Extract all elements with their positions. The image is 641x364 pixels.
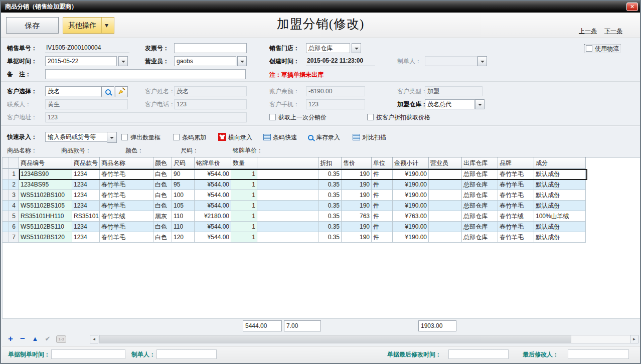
table-cell[interactable] (257, 169, 318, 179)
compare-scan-button[interactable]: 对比扫描 (353, 133, 386, 142)
table-cell[interactable]: 白色 (153, 222, 172, 232)
table-cell[interactable]: 默认成份 (534, 179, 586, 190)
scroll-left-icon[interactable]: ◄ (90, 335, 98, 343)
table-cell[interactable]: 120 (172, 232, 195, 243)
table-cell[interactable]: 春竹羊毛 (498, 169, 534, 179)
table-row[interactable]: 3WS51102BS1001234春竹羊毛白色100¥544.0010.3519… (3, 190, 641, 201)
table-cell[interactable]: 0.35 (318, 222, 342, 232)
table-cell[interactable]: ¥190.00 (393, 222, 429, 232)
table-cell[interactable]: 默认成份 (534, 201, 586, 211)
table-cell[interactable]: 90 (172, 169, 195, 179)
table-cell[interactable]: 白色 (153, 169, 172, 179)
table-cell[interactable]: 1 (231, 169, 257, 179)
prev-record-link[interactable]: 上一条 (579, 27, 597, 36)
table-cell[interactable]: ¥190.00 (393, 190, 429, 201)
table-cell[interactable]: 100%山羊绒 (534, 211, 586, 222)
checkbox-icon[interactable] (586, 45, 592, 52)
table-cell[interactable] (429, 179, 462, 190)
franchise-warehouse-dropdown-icon[interactable] (475, 99, 485, 109)
table-cell[interactable]: 默认成份 (534, 232, 586, 243)
table-cell[interactable]: 件 (372, 222, 393, 232)
column-header[interactable]: 数量 (231, 157, 257, 169)
table-row[interactable]: 5RS35101HH110RS35101春竹羊绒黑灰110¥2180.0010.… (3, 211, 641, 222)
table-cell[interactable]: 763 (342, 211, 372, 222)
scroll-right-icon[interactable]: ► (630, 335, 638, 343)
table-cell[interactable]: 件 (372, 232, 393, 243)
batch-number-icon[interactable]: 1-3 (56, 335, 66, 343)
next-record-link[interactable]: 下一条 (604, 27, 622, 36)
column-header[interactable]: 铭牌单价 (195, 157, 231, 169)
table-cell[interactable]: 0.35 (318, 211, 342, 222)
confirm-icon[interactable]: ✔ (43, 334, 52, 343)
table-cell[interactable]: WS51102BS120 (19, 232, 72, 243)
get-last-price-checkbox[interactable]: 获取上一次分销价 (269, 113, 327, 121)
column-header[interactable]: 商品名称 (100, 157, 153, 169)
store-dropdown-icon[interactable] (352, 43, 361, 53)
table-cell[interactable]: 1 (231, 232, 257, 243)
table-cell[interactable]: 105 (172, 201, 195, 211)
horizontal-entry-button[interactable]: 横向录入 (218, 133, 252, 142)
table-cell[interactable] (257, 232, 318, 243)
table-cell[interactable]: 1234 (72, 169, 100, 179)
table-cell[interactable]: 总部仓库 (462, 201, 498, 211)
table-cell[interactable]: 件 (372, 201, 393, 211)
table-cell[interactable]: 190 (342, 222, 372, 232)
table-cell[interactable]: 默认成份 (534, 190, 586, 201)
table-cell[interactable]: ¥190.00 (393, 201, 429, 211)
table-cell[interactable]: WS51102BS105 (19, 201, 72, 211)
table-cell[interactable]: 0.35 (318, 179, 342, 190)
table-row[interactable]: 11234BS901234春竹羊毛白色90¥544.0010.35190件¥19… (3, 169, 641, 179)
discount-price-checkbox[interactable]: 按客户折扣获取价格 (367, 113, 430, 121)
clerk-select[interactable]: gaobs (174, 56, 236, 66)
checkbox-icon[interactable] (269, 114, 276, 120)
table-cell[interactable]: 春竹羊毛 (100, 232, 153, 243)
table-cell[interactable]: 190 (342, 232, 372, 243)
table-cell[interactable] (429, 201, 462, 211)
table-cell[interactable]: 1 (231, 211, 257, 222)
table-cell[interactable]: ¥544.00 (195, 190, 231, 201)
table-cell[interactable]: 白色 (153, 190, 172, 201)
table-cell[interactable]: WS51102BS100 (19, 190, 72, 201)
table-row[interactable]: 4WS51102BS1051234春竹羊毛白色105¥544.0010.3519… (3, 201, 641, 211)
table-cell[interactable] (429, 222, 462, 232)
table-cell[interactable]: 默认成份 (534, 169, 586, 179)
maker-select[interactable] (425, 56, 477, 66)
doc-date-input[interactable]: 2015-05-22 (45, 56, 117, 66)
invoice-input[interactable] (174, 43, 247, 53)
add-row-icon[interactable]: + (6, 334, 15, 343)
table-cell[interactable]: 110 (172, 222, 195, 232)
table-cell[interactable]: 1 (231, 190, 257, 201)
table-cell[interactable]: ¥544.00 (195, 179, 231, 190)
column-header[interactable]: 折扣 (318, 157, 342, 169)
table-cell[interactable]: ¥763.00 (393, 211, 429, 222)
table-cell[interactable]: 春竹羊毛 (498, 201, 534, 211)
table-cell[interactable]: 春竹羊毛 (100, 179, 153, 190)
table-cell[interactable]: 0.35 (318, 190, 342, 201)
remark-input[interactable] (45, 69, 246, 79)
table-cell[interactable]: 1234BS90 (19, 169, 72, 179)
table-cell[interactable]: 100 (172, 190, 195, 201)
table-cell[interactable] (429, 211, 462, 222)
column-header[interactable]: 尺码 (172, 157, 195, 169)
table-cell[interactable]: 0.35 (318, 201, 342, 211)
table-cell[interactable]: ¥2180.00 (195, 211, 231, 222)
table-row[interactable]: 7WS51102BS1201234春竹羊毛白色120¥544.0010.3519… (3, 232, 641, 243)
table-cell[interactable]: ¥190.00 (393, 179, 429, 190)
table-cell[interactable]: 190 (342, 190, 372, 201)
table-cell[interactable]: RS35101 (72, 211, 100, 222)
table-cell[interactable]: 总部仓库 (462, 232, 498, 243)
scrollbar-thumb[interactable] (100, 335, 571, 343)
table-cell[interactable]: 春竹羊毛 (498, 222, 534, 232)
table-row[interactable]: 21234BS951234春竹羊毛白色95¥544.0010.35190件¥19… (3, 179, 641, 190)
table-cell[interactable]: 总部仓库 (462, 190, 498, 201)
column-header[interactable]: 颜色 (153, 157, 172, 169)
table-cell[interactable]: 件 (372, 169, 393, 179)
column-header[interactable]: 商品编号 (19, 157, 72, 169)
table-cell[interactable]: 件 (372, 211, 393, 222)
column-header[interactable]: 售价 (342, 157, 372, 169)
column-header[interactable]: 成分 (534, 157, 586, 169)
customer-search-button[interactable] (101, 86, 114, 97)
stock-entry-button[interactable]: 库存录入 (308, 133, 340, 142)
delete-row-icon[interactable]: − (18, 334, 27, 343)
table-cell[interactable] (429, 190, 462, 201)
